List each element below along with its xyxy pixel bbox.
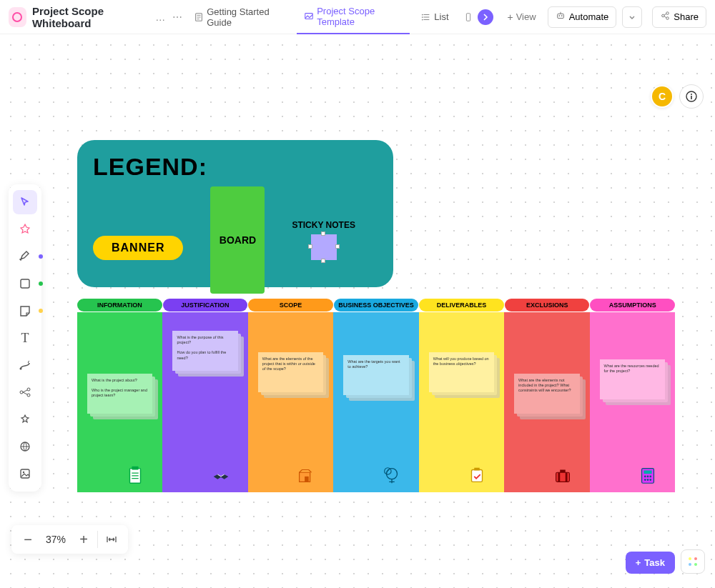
column-body[interactable]: What are the elements not included in th… xyxy=(504,312,589,492)
svg-rect-5 xyxy=(466,13,470,21)
sticky-note[interactable]: What are the elements not included in th… xyxy=(514,374,579,414)
add-view-label: View xyxy=(516,11,536,22)
svg-point-27 xyxy=(644,476,646,478)
document-title[interactable]: Project Scope Whiteboard xyxy=(32,5,151,29)
svg-rect-22 xyxy=(560,470,566,473)
tool-sticky[interactable] xyxy=(13,299,37,323)
column-icon xyxy=(208,462,234,488)
overflow-indicator xyxy=(478,9,493,25)
column-body[interactable]: What is the purpose of this project? How… xyxy=(162,312,247,492)
title-truncate: … xyxy=(155,11,165,23)
svg-point-37 xyxy=(27,394,30,397)
tab-list[interactable]: List xyxy=(414,0,455,34)
svg-rect-19 xyxy=(472,470,483,482)
zoom-level[interactable]: 37% xyxy=(40,534,72,545)
robot-icon xyxy=(556,11,566,23)
column-header[interactable]: DELIVERABLES xyxy=(419,299,504,312)
tool-connector[interactable] xyxy=(13,353,37,377)
column-header[interactable]: SCOPE xyxy=(248,299,333,312)
automate-button[interactable]: Automate xyxy=(548,6,617,28)
svg-point-32 xyxy=(649,479,651,481)
column-body[interactable]: What are the elements of the project tha… xyxy=(248,312,333,492)
scope-columns: INFORMATIONJUSTIFICATIONSCOPEBUSINESS OB… xyxy=(77,299,675,492)
column-body[interactable]: What will you produce based on the busin… xyxy=(419,312,504,492)
column-header[interactable]: EXCLUSIONS xyxy=(505,299,590,312)
share-button[interactable]: Share xyxy=(652,6,706,28)
zoom-in-button[interactable]: + xyxy=(72,527,96,552)
svg-rect-20 xyxy=(474,468,480,471)
automate-label: Automate xyxy=(569,11,609,22)
column-body[interactable]: What are the resources needed for the pr… xyxy=(590,312,675,492)
svg-rect-24 xyxy=(565,472,567,482)
svg-point-28 xyxy=(647,476,649,478)
tool-image[interactable] xyxy=(13,462,37,486)
svg-point-30 xyxy=(644,479,646,481)
tool-text[interactable]: T xyxy=(13,326,37,350)
svg-point-35 xyxy=(20,391,23,394)
svg-point-42 xyxy=(694,557,697,560)
more-options-icon[interactable]: ⋯ xyxy=(172,11,182,23)
create-task-button[interactable]: + Task xyxy=(626,552,675,574)
column-header[interactable]: INFORMATION xyxy=(77,299,162,312)
svg-rect-23 xyxy=(558,472,560,482)
info-button[interactable] xyxy=(679,84,704,109)
tool-web[interactable] xyxy=(13,434,37,459)
svg-point-11 xyxy=(666,17,669,20)
svg-point-9 xyxy=(662,14,665,17)
user-avatar[interactable]: C xyxy=(651,85,674,108)
sticky-note[interactable]: What are the resources needed for the pr… xyxy=(600,359,665,399)
tab-label: List xyxy=(434,11,448,22)
zoom-out-button[interactable]: − xyxy=(16,527,40,552)
column-header[interactable]: ASSUMPTIONS xyxy=(590,299,675,312)
legend-card[interactable]: LEGEND: BANNER BOARD STICKY NOTES xyxy=(77,140,393,287)
whiteboard-canvas[interactable]: C LEGEND: BANNER BOARD STICKY NOTES INFO… xyxy=(0,34,715,588)
column-bodies: What is the project about? Who is the pr… xyxy=(77,312,675,492)
tab-overflow[interactable] xyxy=(460,0,496,34)
svg-point-43 xyxy=(689,563,691,566)
tool-select[interactable] xyxy=(13,190,37,214)
svg-point-3 xyxy=(422,16,423,18)
plus-icon: + xyxy=(508,11,513,23)
fit-to-screen-button[interactable] xyxy=(99,527,124,552)
add-view-button[interactable]: + View xyxy=(500,0,543,34)
svg-rect-26 xyxy=(644,470,651,474)
column-icon xyxy=(550,462,576,488)
sticky-note[interactable]: What are the elements of the project tha… xyxy=(258,352,323,392)
column-icon xyxy=(635,462,661,488)
sticky-note[interactable]: What are the targets you want to achieve… xyxy=(343,355,408,395)
svg-point-13 xyxy=(691,94,692,95)
legend-banner-pill: BANNER xyxy=(93,236,183,260)
svg-point-34 xyxy=(20,368,22,370)
tool-ai[interactable] xyxy=(13,407,37,432)
column-header[interactable]: BUSINESS OBJECTIVES xyxy=(334,299,419,312)
sticky-note[interactable]: What will you produce based on the busin… xyxy=(429,352,494,392)
apps-button[interactable] xyxy=(681,549,705,574)
tool-shape[interactable] xyxy=(13,271,37,296)
column-header[interactable]: JUSTIFICATION xyxy=(163,299,248,312)
whiteboard-icon xyxy=(304,11,314,21)
doc-icon xyxy=(194,12,204,22)
plus-icon: + xyxy=(636,557,641,568)
column-body[interactable]: What are the targets you want to achieve… xyxy=(333,312,418,492)
column-icon xyxy=(122,462,148,488)
legend-sticky-note[interactable] xyxy=(311,234,337,260)
tab-getting-started[interactable]: Getting Started Guide xyxy=(187,0,292,34)
automate-dropdown[interactable] xyxy=(622,6,642,28)
tab-label: Getting Started Guide xyxy=(207,6,285,28)
column-icon xyxy=(379,462,405,488)
sticky-note[interactable]: What is the purpose of this project? How… xyxy=(172,331,237,371)
svg-point-2 xyxy=(422,14,423,15)
column-icon xyxy=(293,462,319,488)
app-logo[interactable] xyxy=(9,7,26,27)
legend-board-box: BOARD xyxy=(210,186,265,294)
tool-pen[interactable] xyxy=(13,244,37,269)
svg-point-36 xyxy=(27,388,30,391)
tab-project-scope-template[interactable]: Project Scope Template xyxy=(297,0,410,34)
column-headers: INFORMATIONJUSTIFICATIONSCOPEBUSINESS OB… xyxy=(77,299,675,312)
tool-generate[interactable] xyxy=(13,217,37,241)
tool-relationship[interactable] xyxy=(13,380,37,404)
sticky-note[interactable]: What is the project about? Who is the pr… xyxy=(87,374,152,414)
list-icon xyxy=(421,12,431,22)
tool-palette: T xyxy=(9,184,41,492)
column-body[interactable]: What is the project about? Who is the pr… xyxy=(77,312,162,492)
